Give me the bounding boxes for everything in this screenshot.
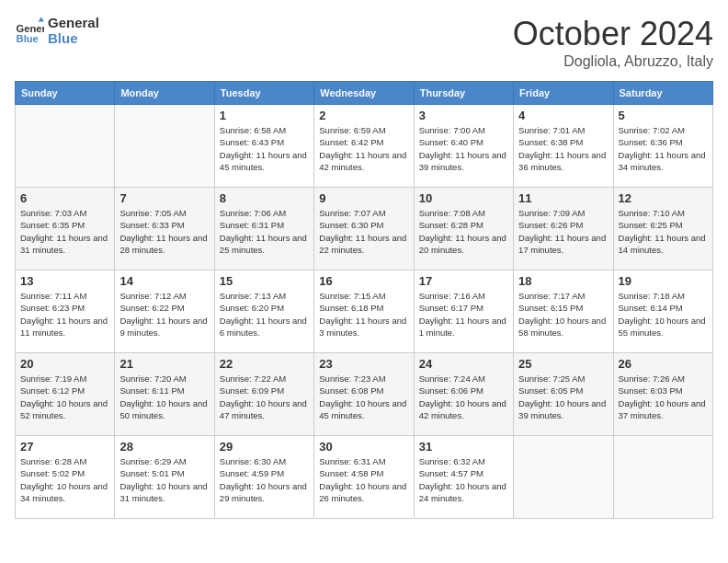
day-number: 26 (619, 357, 708, 371)
logo: General Blue General Blue (15, 15, 99, 46)
calendar-cell: 31Sunrise: 6:32 AM Sunset: 4:57 PM Dayli… (414, 436, 513, 519)
day-number: 6 (20, 191, 109, 205)
day-number: 8 (220, 191, 309, 205)
day-detail: Sunrise: 7:25 AM Sunset: 6:05 PM Dayligh… (518, 373, 608, 421)
day-number: 23 (319, 357, 408, 371)
day-detail: Sunrise: 7:16 AM Sunset: 6:17 PM Dayligh… (419, 290, 508, 339)
calendar-cell: 17Sunrise: 7:16 AM Sunset: 6:17 PM Dayli… (414, 270, 513, 353)
day-number: 30 (319, 440, 408, 454)
day-number: 3 (419, 109, 508, 122)
day-detail: Sunrise: 7:13 AM Sunset: 6:20 PM Dayligh… (220, 290, 309, 339)
day-number: 9 (319, 191, 408, 205)
header-friday: Friday (514, 82, 613, 105)
calendar-cell: 20Sunrise: 7:19 AM Sunset: 6:12 PM Dayli… (16, 353, 115, 436)
calendar-cell: 28Sunrise: 6:29 AM Sunset: 5:01 PM Dayli… (115, 436, 214, 519)
day-detail: Sunrise: 6:59 AM Sunset: 6:42 PM Dayligh… (319, 124, 408, 173)
day-number: 18 (518, 274, 608, 288)
day-detail: Sunrise: 6:58 AM Sunset: 6:43 PM Dayligh… (220, 124, 309, 173)
calendar-cell: 5Sunrise: 7:02 AM Sunset: 6:36 PM Daylig… (613, 105, 712, 188)
day-number: 29 (220, 440, 309, 454)
day-number: 21 (119, 357, 209, 371)
day-number: 1 (220, 109, 309, 122)
svg-text:Blue: Blue (17, 33, 39, 44)
calendar-cell (115, 105, 214, 188)
calendar-cell: 29Sunrise: 6:30 AM Sunset: 4:59 PM Dayli… (214, 436, 313, 519)
logo-icon: General Blue (15, 16, 44, 45)
week-row-2: 6Sunrise: 7:03 AM Sunset: 6:35 PM Daylig… (16, 188, 713, 270)
day-number: 24 (419, 357, 508, 371)
calendar-cell: 3Sunrise: 7:00 AM Sunset: 6:40 PM Daylig… (414, 105, 513, 188)
day-number: 17 (419, 274, 508, 288)
day-number: 28 (119, 440, 209, 454)
svg-marker-2 (39, 17, 44, 22)
day-number: 22 (220, 357, 309, 371)
calendar-cell: 24Sunrise: 7:24 AM Sunset: 6:06 PM Dayli… (414, 353, 513, 436)
calendar-cell: 7Sunrise: 7:05 AM Sunset: 6:33 PM Daylig… (115, 188, 214, 270)
calendar-cell (613, 436, 712, 519)
day-detail: Sunrise: 7:06 AM Sunset: 6:31 PM Dayligh… (220, 207, 309, 256)
week-row-3: 13Sunrise: 7:11 AM Sunset: 6:23 PM Dayli… (16, 270, 713, 353)
day-detail: Sunrise: 7:19 AM Sunset: 6:12 PM Dayligh… (20, 373, 109, 421)
day-detail: Sunrise: 7:17 AM Sunset: 6:15 PM Dayligh… (518, 290, 608, 339)
day-number: 2 (319, 109, 408, 122)
calendar-cell: 13Sunrise: 7:11 AM Sunset: 6:23 PM Dayli… (16, 270, 115, 353)
day-detail: Sunrise: 7:22 AM Sunset: 6:09 PM Dayligh… (220, 373, 309, 421)
calendar-cell: 11Sunrise: 7:09 AM Sunset: 6:26 PM Dayli… (514, 188, 613, 270)
day-number: 15 (220, 274, 309, 288)
week-row-1: 1Sunrise: 6:58 AM Sunset: 6:43 PM Daylig… (16, 105, 713, 188)
day-number: 27 (20, 440, 109, 454)
day-detail: Sunrise: 7:11 AM Sunset: 6:23 PM Dayligh… (20, 290, 109, 339)
calendar-cell: 15Sunrise: 7:13 AM Sunset: 6:20 PM Dayli… (214, 270, 313, 353)
day-detail: Sunrise: 7:26 AM Sunset: 6:03 PM Dayligh… (619, 373, 708, 421)
day-number: 5 (619, 109, 708, 122)
calendar-cell: 1Sunrise: 6:58 AM Sunset: 6:43 PM Daylig… (214, 105, 313, 188)
day-number: 13 (20, 274, 109, 288)
day-detail: Sunrise: 7:08 AM Sunset: 6:28 PM Dayligh… (419, 207, 508, 256)
day-detail: Sunrise: 7:24 AM Sunset: 6:06 PM Dayligh… (419, 373, 508, 421)
calendar-cell: 22Sunrise: 7:22 AM Sunset: 6:09 PM Dayli… (214, 353, 313, 436)
calendar-cell: 27Sunrise: 6:28 AM Sunset: 5:02 PM Dayli… (16, 436, 115, 519)
calendar-cell: 12Sunrise: 7:10 AM Sunset: 6:25 PM Dayli… (613, 188, 712, 270)
header-thursday: Thursday (414, 82, 513, 105)
logo-general: General (48, 15, 99, 30)
calendar-cell (16, 105, 115, 188)
calendar-cell: 2Sunrise: 6:59 AM Sunset: 6:42 PM Daylig… (314, 105, 414, 188)
day-detail: Sunrise: 7:20 AM Sunset: 6:11 PM Dayligh… (119, 373, 209, 421)
day-detail: Sunrise: 7:02 AM Sunset: 6:36 PM Dayligh… (619, 124, 708, 173)
calendar-cell: 10Sunrise: 7:08 AM Sunset: 6:28 PM Dayli… (414, 188, 513, 270)
day-number: 12 (619, 191, 708, 205)
day-number: 16 (319, 274, 408, 288)
calendar-table: SundayMondayTuesdayWednesdayThursdayFrid… (15, 81, 713, 519)
day-number: 20 (20, 357, 109, 371)
day-detail: Sunrise: 7:07 AM Sunset: 6:30 PM Dayligh… (319, 207, 408, 256)
day-number: 25 (518, 357, 608, 371)
day-detail: Sunrise: 6:32 AM Sunset: 4:57 PM Dayligh… (419, 455, 508, 504)
calendar-cell: 23Sunrise: 7:23 AM Sunset: 6:08 PM Dayli… (314, 353, 414, 436)
header-monday: Monday (115, 82, 214, 105)
calendar-cell: 6Sunrise: 7:03 AM Sunset: 6:35 PM Daylig… (16, 188, 115, 270)
calendar-cell: 9Sunrise: 7:07 AM Sunset: 6:30 PM Daylig… (314, 188, 414, 270)
week-row-4: 20Sunrise: 7:19 AM Sunset: 6:12 PM Dayli… (16, 353, 713, 436)
day-detail: Sunrise: 7:03 AM Sunset: 6:35 PM Dayligh… (20, 207, 109, 256)
day-number: 19 (619, 274, 708, 288)
day-detail: Sunrise: 7:12 AM Sunset: 6:22 PM Dayligh… (119, 290, 209, 339)
day-detail: Sunrise: 6:30 AM Sunset: 4:59 PM Dayligh… (220, 455, 309, 504)
logo-blue: Blue (48, 30, 99, 46)
svg-text:General: General (17, 23, 44, 34)
day-number: 11 (518, 191, 608, 205)
header-wednesday: Wednesday (314, 82, 414, 105)
calendar-cell: 19Sunrise: 7:18 AM Sunset: 6:14 PM Dayli… (613, 270, 712, 353)
day-detail: Sunrise: 6:29 AM Sunset: 5:01 PM Dayligh… (119, 455, 209, 504)
calendar-cell (514, 436, 613, 519)
day-detail: Sunrise: 7:10 AM Sunset: 6:25 PM Dayligh… (619, 207, 708, 256)
day-number: 10 (419, 191, 508, 205)
day-number: 31 (419, 440, 508, 454)
day-detail: Sunrise: 7:23 AM Sunset: 6:08 PM Dayligh… (319, 373, 408, 421)
day-detail: Sunrise: 7:00 AM Sunset: 6:40 PM Dayligh… (419, 124, 508, 173)
day-detail: Sunrise: 7:18 AM Sunset: 6:14 PM Dayligh… (619, 290, 708, 339)
day-detail: Sunrise: 6:28 AM Sunset: 5:02 PM Dayligh… (20, 455, 109, 504)
day-detail: Sunrise: 7:01 AM Sunset: 6:38 PM Dayligh… (518, 124, 608, 173)
week-row-5: 27Sunrise: 6:28 AM Sunset: 5:02 PM Dayli… (16, 436, 713, 519)
day-number: 7 (119, 191, 209, 205)
header-sunday: Sunday (16, 82, 115, 105)
